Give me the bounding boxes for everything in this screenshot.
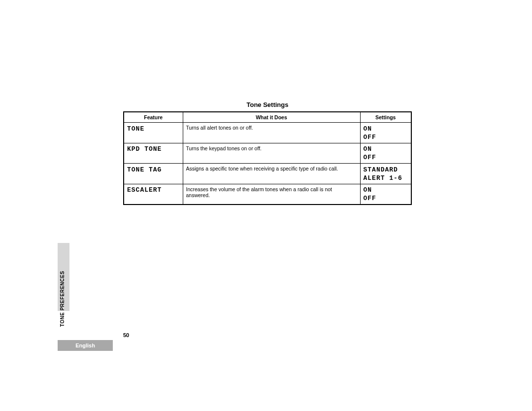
table-row: TONE Turns all alert tones on or off. ON…	[124, 123, 411, 143]
table-row: TONE TAG Assigns a specific tone when re…	[124, 164, 411, 184]
cell-feature: TONE	[124, 122, 183, 143]
section-side-tab-label: TONE PREFERENCES	[60, 243, 65, 327]
cell-does: Turns all alert tones on or off.	[183, 123, 360, 143]
header-does: What it Does	[183, 112, 360, 123]
cell-does: Increases the volume of the alarm tones …	[183, 184, 360, 205]
header-settings: Settings	[360, 112, 411, 123]
cell-feature: TONE TAG	[124, 163, 183, 184]
cell-feature: KPD TONE	[124, 142, 183, 164]
cell-settings: STANDARD ALERT 1-6	[360, 163, 411, 184]
table-row: ESCALERT Increases the volume of the ala…	[124, 184, 411, 205]
cell-settings: ON OFF	[360, 183, 411, 205]
language-tab-label: English	[75, 342, 95, 348]
table-header-row: Feature What it Does Settings	[124, 112, 411, 123]
cell-settings: ON OFF	[360, 122, 411, 143]
tone-settings-table: Feature What it Does Settings TONE Turns…	[123, 111, 412, 205]
table-row: KPD TONE Turns the keypad tones on or of…	[124, 143, 411, 164]
cell-does: Assigns a specific tone when receiving a…	[183, 164, 360, 184]
cell-feature: ESCALERT	[124, 183, 183, 205]
content-area: Tone Settings Feature What it Does Setti…	[123, 101, 412, 205]
header-feature: Feature	[124, 112, 183, 123]
section-side-tab: TONE PREFERENCES	[58, 243, 69, 311]
language-tab: English	[58, 340, 113, 351]
cell-settings: ON OFF	[360, 142, 411, 164]
table-title: Tone Settings	[123, 101, 412, 108]
cell-does: Turns the keypad tones on or off.	[183, 143, 360, 164]
page-number: 50	[123, 332, 129, 338]
page: Tone Settings Feature What it Does Setti…	[0, 0, 532, 411]
